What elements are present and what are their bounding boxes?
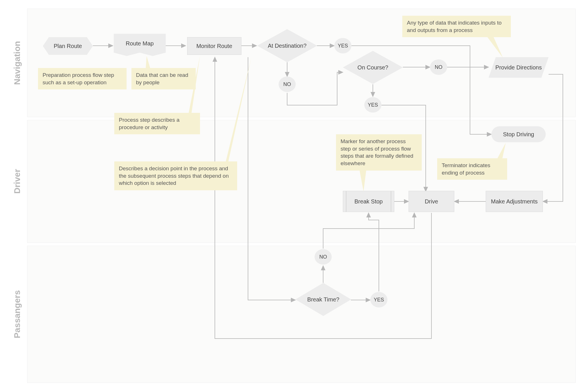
swimlane-flowchart: Navigation Driver Passangers <box>0 0 584 392</box>
callout-terminator: Terminator indicates ending of process <box>437 158 507 180</box>
connector-no-break: NO <box>315 249 332 265</box>
connector-yes-course: YES <box>364 97 381 113</box>
predefined-break-stop-label: Break Stop <box>355 198 383 205</box>
lane-label-navigation: Navigation <box>9 9 26 117</box>
lane-label-passengers: Passangers <box>9 246 26 383</box>
connector-no-destination: NO <box>279 77 296 92</box>
lane-label-driver: Driver <box>9 120 26 243</box>
data-provide-directions: Provide Directions <box>489 57 549 78</box>
process-drive: Drive <box>409 191 454 212</box>
connector-yes-break: YES <box>370 292 387 307</box>
document-route-map: Route Map <box>114 34 166 56</box>
lane-passengers <box>27 246 576 383</box>
connector-no-course: NO <box>430 59 447 75</box>
callout-process: Process step describes a procedure or ac… <box>114 113 200 134</box>
callout-data: Any type of data that indicates inputs t… <box>402 16 511 37</box>
callout-preparation: Preparation process flow step such as a … <box>38 68 127 89</box>
terminator-stop-driving: Stop Driving <box>491 126 546 142</box>
callout-document: Data that can be read by people <box>131 68 196 89</box>
process-monitor-route: Monitor Route <box>187 37 241 55</box>
preparation-plan-route: Plan Route <box>43 37 93 55</box>
predefined-break-stop: Break Stop <box>343 191 394 212</box>
lane-labels: Navigation Driver Passangers <box>9 9 26 383</box>
callout-decision: Describes a decision point in the proces… <box>114 161 237 190</box>
connector-yes-destination: YES <box>334 38 351 53</box>
callout-predefined: Marker for another process step or serie… <box>336 134 422 171</box>
process-make-adjustments: Make Adjustments <box>486 191 543 212</box>
